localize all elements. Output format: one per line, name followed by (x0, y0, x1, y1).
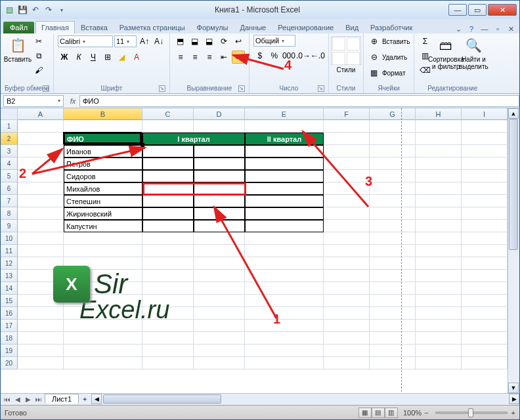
cell-E16[interactable] (245, 307, 324, 320)
cell-H14[interactable] (416, 282, 462, 295)
decrease-decimal-icon[interactable]: ←.0 (311, 49, 324, 62)
cell-A6[interactable] (18, 182, 64, 195)
cell-A7[interactable] (18, 195, 64, 207)
align-right-icon[interactable]: ≡ (203, 51, 216, 64)
table-cell-q1a-3[interactable] (142, 182, 194, 195)
view-normal-icon[interactable]: ▦ (358, 408, 372, 418)
cell-G13[interactable] (370, 270, 416, 282)
row-header-17[interactable]: 17 (1, 320, 18, 332)
cell-D17[interactable] (194, 320, 245, 332)
cut-icon[interactable]: ✂ (32, 35, 45, 48)
hscroll-thumb[interactable] (103, 394, 221, 404)
cell-E15[interactable] (245, 295, 324, 307)
col-header-G[interactable]: G (370, 108, 416, 120)
zoom-in-icon[interactable]: + (511, 409, 515, 417)
cell-A19[interactable] (18, 345, 64, 357)
table-cell-q2-6[interactable] (245, 220, 324, 232)
table-cell-name-0[interactable]: Иванов (64, 145, 142, 158)
cell-C10[interactable] (142, 232, 194, 245)
cell-G16[interactable] (370, 307, 416, 320)
row-header-8[interactable]: 8 (1, 207, 18, 220)
cell-I7[interactable] (462, 195, 508, 207)
table-cell-q2-5[interactable] (245, 207, 324, 220)
cell-I6[interactable] (462, 182, 508, 195)
view-page-layout-icon[interactable]: ▤ (372, 408, 385, 418)
copy-icon[interactable]: ⧉ (32, 49, 45, 62)
tab-developer[interactable]: Разработчик (364, 21, 418, 33)
cell-B18[interactable] (64, 332, 142, 345)
cell-G3[interactable] (370, 145, 416, 158)
table-cell-q2-2[interactable] (245, 170, 324, 182)
col-header-B[interactable]: B (64, 108, 142, 120)
wrap-text-icon[interactable]: ↩ (232, 35, 245, 48)
cell-I12[interactable] (462, 257, 508, 270)
table-header-q2[interactable]: II квартал (245, 133, 324, 145)
cell-C19[interactable] (142, 345, 194, 357)
italic-button[interactable]: К (72, 51, 85, 64)
table-cell-q2-0[interactable] (245, 145, 324, 158)
scroll-left-icon[interactable]: ◀ (91, 394, 102, 404)
row-header-1[interactable]: 1 (1, 120, 18, 133)
cell-E11[interactable] (245, 245, 324, 257)
cell-F1[interactable] (324, 120, 370, 133)
cell-H7[interactable] (416, 195, 462, 207)
cell-A4[interactable] (18, 158, 64, 170)
cell-H3[interactable] (416, 145, 462, 158)
cell-G6[interactable] (370, 182, 416, 195)
table-cell-q1b-5[interactable] (194, 207, 245, 220)
hscroll-track[interactable]: ◀ ▶ (91, 393, 519, 405)
cell-H15[interactable] (416, 295, 462, 307)
cell-F9[interactable] (324, 220, 370, 232)
fx-icon[interactable]: fx (66, 95, 79, 107)
decrease-indent-icon[interactable]: ⇤ (217, 51, 230, 64)
workbook-close-icon[interactable]: ✕ (506, 24, 515, 33)
save-icon[interactable]: 💾 (16, 4, 28, 16)
cell-A11[interactable] (18, 245, 64, 257)
worksheet[interactable]: ABCDEFGHI1234567891011121314151617181920… (1, 108, 519, 405)
cell-G12[interactable] (370, 257, 416, 270)
underline-button[interactable]: Ч (87, 51, 100, 64)
new-sheet-icon[interactable]: ✦ (79, 394, 90, 405)
tab-view[interactable]: Вид (339, 21, 364, 33)
col-header-H[interactable]: H (416, 108, 462, 120)
cell-A3[interactable] (18, 145, 64, 158)
align-bottom-icon[interactable]: ⬓ (203, 35, 216, 48)
merge-center-button[interactable]: ⬌ (232, 51, 245, 64)
cell-F20[interactable] (324, 357, 370, 369)
cell-C1[interactable] (142, 120, 194, 133)
row-header-11[interactable]: 11 (1, 245, 18, 257)
cell-F12[interactable] (324, 257, 370, 270)
fill-color-icon[interactable]: ◢ (116, 51, 129, 64)
minimize-button[interactable]: — (448, 4, 467, 16)
cell-I2[interactable] (462, 133, 508, 145)
bold-button[interactable]: Ж (58, 51, 71, 64)
undo-icon[interactable]: ↶ (30, 4, 41, 16)
cell-I18[interactable] (462, 332, 508, 345)
cell-A1[interactable] (18, 120, 64, 133)
table-cell-q1a-5[interactable] (142, 207, 194, 220)
cell-I16[interactable] (462, 307, 508, 320)
row-header-6[interactable]: 6 (1, 182, 18, 195)
paste-button[interactable]: 📋 Вставить (5, 35, 31, 64)
cell-C11[interactable] (142, 245, 194, 257)
increase-font-icon[interactable]: A↑ (138, 35, 151, 48)
cell-E1[interactable] (245, 120, 324, 133)
cell-G20[interactable] (370, 357, 416, 369)
cell-F3[interactable] (324, 145, 370, 158)
row-header-19[interactable]: 19 (1, 345, 18, 357)
cell-D13[interactable] (194, 270, 245, 282)
col-header-C[interactable]: C (142, 108, 194, 120)
cell-D14[interactable] (194, 282, 245, 295)
cell-F5[interactable] (324, 170, 370, 182)
cell-E13[interactable] (245, 270, 324, 282)
format-painter-icon[interactable]: 🖌 (32, 64, 45, 77)
tab-nav-last-icon[interactable]: ⏭ (33, 394, 44, 405)
view-page-break-icon[interactable]: ▥ (385, 408, 398, 418)
file-tab[interactable]: Файл (3, 22, 34, 33)
cell-B20[interactable] (64, 357, 142, 369)
row-header-7[interactable]: 7 (1, 195, 18, 207)
cell-F2[interactable] (324, 133, 370, 145)
cell-D1[interactable] (194, 120, 245, 133)
clipboard-dialog-icon[interactable]: ↘ (43, 85, 49, 92)
currency-icon[interactable]: $ (253, 49, 267, 62)
